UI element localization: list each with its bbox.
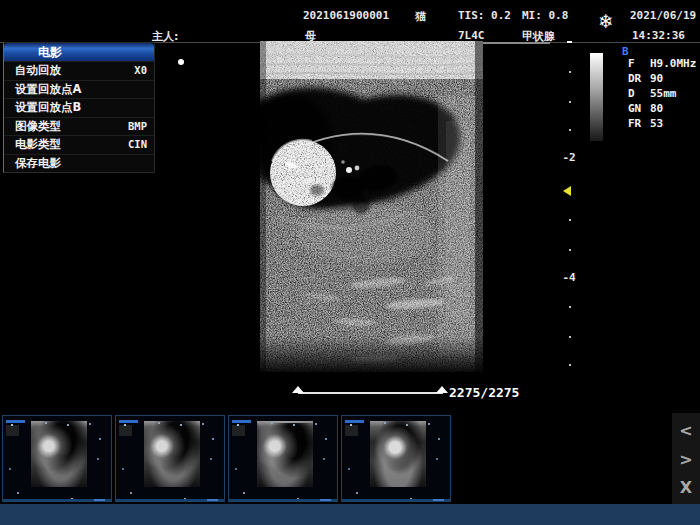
- thumb-bottom-bar: [229, 499, 337, 501]
- thumb-image: [257, 421, 313, 487]
- menu-item-value: CIN: [128, 136, 147, 154]
- tis-value: TIS: 0.2: [458, 9, 511, 22]
- thumbnail-cine-1[interactable]: [2, 415, 112, 502]
- strip-prev-button[interactable]: <: [672, 423, 700, 439]
- menu-item-label: 设置回放点B: [15, 99, 81, 117]
- ultrasound-image[interactable]: [260, 41, 483, 372]
- thumb-text-specks: [237, 424, 239, 426]
- depth-tick: [567, 41, 572, 43]
- thumb-header-bar: [345, 420, 364, 423]
- thumbnail-cine-3[interactable]: [228, 415, 338, 502]
- date-value: 2021/06/19: [630, 9, 696, 22]
- thumb-header-bar: [119, 420, 138, 423]
- depth-tick: [569, 306, 571, 308]
- depth-tick: [569, 336, 571, 338]
- cine-start-marker[interactable]: [292, 386, 304, 393]
- param-label: FR: [628, 117, 650, 130]
- menu-item-image-type[interactable]: 图像类型 BMP: [4, 117, 154, 136]
- thumb-image: [31, 421, 87, 487]
- param-value: 55mm: [650, 87, 677, 100]
- menu-item-set-point-a[interactable]: 设置回放点A: [4, 80, 154, 99]
- thumb-menu-ghost: [119, 425, 132, 436]
- ultrasound-render: [260, 41, 483, 372]
- mi-value: MI: 0.8: [522, 9, 568, 22]
- exam-id: 2021061900001: [303, 9, 389, 22]
- thumb-menu-ghost: [345, 425, 358, 436]
- depth-tick: [569, 364, 571, 366]
- menu-item-label: 保存电影: [15, 155, 61, 173]
- param-frame-rate: FR53: [628, 117, 663, 130]
- thumb-text-specks: [124, 424, 126, 426]
- focus-marker-icon[interactable]: [563, 186, 571, 196]
- time-value: 14:32:36: [632, 29, 685, 42]
- thumbnail-strip-controls: < > X: [672, 413, 700, 504]
- pointer-cursor-dot: [178, 59, 184, 65]
- thumb-text-specks: [350, 424, 352, 426]
- menu-item-cine-type[interactable]: 电影类型 CIN: [4, 135, 154, 154]
- depth-tick: [569, 129, 571, 131]
- thumb-menu-ghost: [232, 425, 245, 436]
- depth-tick: [569, 219, 571, 221]
- thumb-header-bar: [232, 420, 251, 423]
- species-label: 猫: [415, 9, 426, 24]
- ultrasound-screen: 2021061900001 猫 TIS: 0.2 MI: 0.8 2021/06…: [0, 0, 700, 525]
- param-gain: GN80: [628, 102, 663, 115]
- thumb-image: [370, 421, 426, 487]
- cine-menu-panel: 电影 自动回放 X0 设置回放点A 设置回放点B 图像类型 BMP 电影类型 C…: [3, 42, 155, 173]
- param-value: H9.0MHz: [650, 57, 696, 70]
- thumb-image: [144, 421, 200, 487]
- depth-tick: [569, 101, 571, 103]
- param-value: 53: [650, 117, 663, 130]
- depth-tick: [569, 71, 571, 73]
- thumb-header-bar: [6, 420, 25, 423]
- param-label: F: [628, 57, 650, 70]
- menu-item-value: BMP: [128, 118, 147, 136]
- strip-close-button[interactable]: X: [672, 480, 700, 496]
- thumbnail-cine-4[interactable]: [341, 415, 451, 502]
- cine-position-marker[interactable]: [436, 386, 448, 393]
- depth-label-4: -4: [560, 271, 578, 284]
- param-value: 80: [650, 102, 663, 115]
- param-depth: D55mm: [628, 87, 677, 100]
- menu-item-label: 自动回放: [15, 62, 61, 80]
- menu-item-auto-replay[interactable]: 自动回放 X0: [4, 61, 154, 80]
- grayscale-bar: [590, 53, 603, 141]
- depth-label-2: -2: [560, 151, 578, 164]
- depth-tick: [569, 249, 571, 251]
- param-label: DR: [628, 72, 650, 85]
- param-label: D: [628, 87, 650, 100]
- param-label: GN: [628, 102, 650, 115]
- thumb-menu-ghost: [6, 425, 19, 436]
- thumb-bottom-bar: [342, 499, 450, 501]
- cine-menu-title: 电影: [4, 43, 154, 61]
- menu-item-set-point-b[interactable]: 设置回放点B: [4, 98, 154, 117]
- param-value: 90: [650, 72, 663, 85]
- frame-counter: 2275/2275: [449, 385, 519, 400]
- thumb-bottom-bar: [116, 499, 224, 501]
- menu-item-label: 电影类型: [15, 136, 61, 154]
- menu-item-label: 图像类型: [15, 118, 61, 136]
- param-dynamic-range: DR90: [628, 72, 663, 85]
- freeze-icon: ❄: [598, 12, 614, 31]
- cine-seek-bar[interactable]: [298, 392, 443, 394]
- thumb-bottom-bar: [3, 499, 111, 501]
- status-bar: en: [0, 504, 700, 525]
- thumbnail-cine-2[interactable]: [115, 415, 225, 502]
- menu-item-save-cine[interactable]: 保存电影: [4, 154, 154, 173]
- menu-item-label: 设置回放点A: [15, 81, 81, 99]
- strip-next-button[interactable]: >: [672, 452, 700, 468]
- param-frequency: FH9.0MHz: [628, 57, 696, 70]
- thumb-text-specks: [11, 424, 13, 426]
- menu-item-value: X0: [134, 62, 147, 80]
